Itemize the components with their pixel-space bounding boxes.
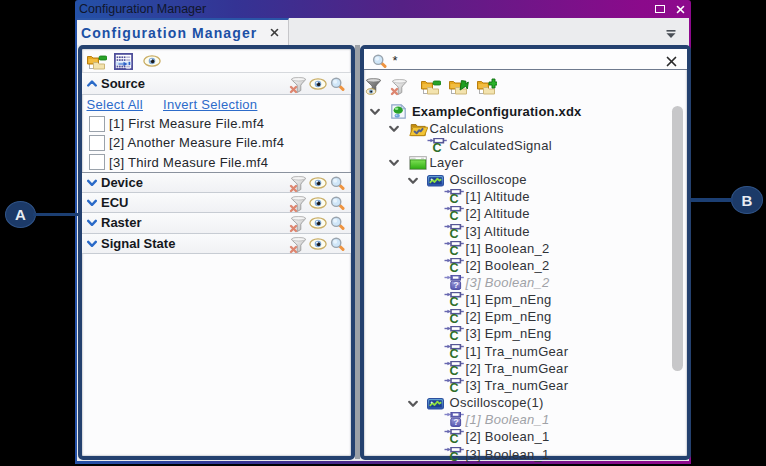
- svg-text:C: C: [432, 141, 441, 154]
- svg-text:C: C: [449, 381, 458, 394]
- svg-text:C: C: [449, 450, 458, 463]
- svg-text:C: C: [449, 330, 458, 343]
- svg-text:C: C: [449, 261, 458, 274]
- svg-text:C: C: [449, 347, 458, 360]
- svg-text:C: C: [449, 227, 458, 240]
- svg-text:C: C: [449, 244, 458, 257]
- svg-text:C: C: [449, 193, 458, 206]
- svg-text:C: C: [449, 364, 458, 377]
- svg-text:?: ?: [453, 417, 459, 427]
- svg-text:?: ?: [453, 280, 459, 290]
- svg-text:C: C: [449, 295, 458, 308]
- svg-text:C: C: [449, 433, 458, 446]
- svg-text:C: C: [449, 313, 458, 326]
- svg-text:C: C: [449, 210, 458, 223]
